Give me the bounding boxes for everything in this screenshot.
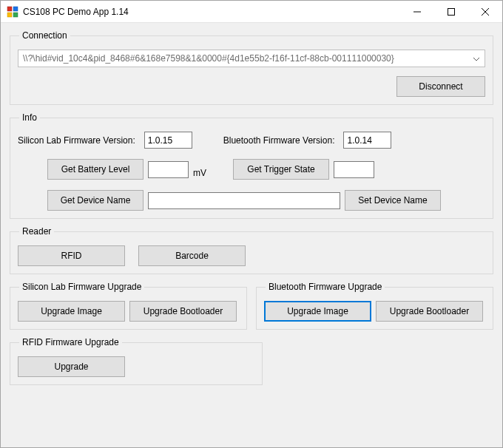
silab-upgrade-legend: Silicon Lab Firmware Upgrade	[19, 282, 144, 292]
bt-version-field[interactable]	[343, 132, 391, 149]
info-legend: Info	[19, 112, 40, 123]
bt-upgrade-image-button[interactable]: Upgrade Image	[264, 301, 371, 322]
svg-rect-3	[13, 13, 18, 17]
battery-value-field[interactable]	[148, 161, 189, 178]
device-path-combo[interactable]: \\?\hid#vid_10c4&pid_8468#6&168e7598&1&0…	[18, 50, 485, 67]
bt-version-label: Bluetooth Firmware Version:	[223, 135, 335, 146]
get-battery-button[interactable]: Get Battery Level	[47, 159, 144, 180]
bt-upgrade-group: Bluetooth Firmware Upgrade Upgrade Image…	[256, 282, 493, 330]
svg-rect-0	[7, 7, 12, 11]
barcode-button[interactable]: Barcode	[138, 245, 246, 266]
window-title: CS108 PC Demo App 1.14	[23, 7, 400, 17]
info-group: Info Silicon Lab Firmware Version: Bluet…	[10, 112, 493, 219]
app-icon	[7, 6, 18, 18]
mv-label: mV	[193, 168, 206, 178]
connection-legend: Connection	[19, 30, 70, 41]
silab-upgrade-group: Silicon Lab Firmware Upgrade Upgrade Ima…	[10, 282, 247, 330]
trigger-value-field[interactable]	[334, 161, 374, 178]
reader-legend: Reader	[19, 226, 54, 237]
get-device-name-button[interactable]: Get Device Name	[47, 190, 144, 211]
app-window: CS108 PC Demo App 1.14 Connection \\?\hi…	[0, 0, 503, 448]
close-button[interactable]	[468, 1, 502, 22]
chevron-down-icon	[473, 53, 480, 64]
bt-upgrade-legend: Bluetooth Firmware Upgrade	[266, 282, 385, 292]
rfid-button[interactable]: RFID	[18, 245, 125, 266]
bt-upgrade-bootloader-button[interactable]: Upgrade Bootloader	[376, 301, 483, 322]
content-area: Connection \\?\hid#vid_10c4&pid_8468#6&1…	[1, 23, 502, 447]
device-name-field[interactable]	[148, 192, 340, 209]
svg-rect-2	[7, 13, 12, 17]
titlebar: CS108 PC Demo App 1.14	[1, 1, 502, 23]
silab-upgrade-bootloader-button[interactable]: Upgrade Bootloader	[129, 301, 237, 322]
set-device-name-button[interactable]: Set Device Name	[345, 190, 441, 211]
get-trigger-button[interactable]: Get Trigger State	[233, 159, 329, 180]
device-path-text: \\?\hid#vid_10c4&pid_8468#6&168e7598&1&0…	[23, 53, 394, 64]
reader-group: Reader RFID Barcode	[10, 226, 493, 274]
silab-upgrade-image-button[interactable]: Upgrade Image	[18, 301, 125, 322]
silab-version-field[interactable]	[144, 132, 192, 149]
svg-rect-5	[448, 8, 455, 15]
disconnect-button[interactable]: Disconnect	[396, 76, 485, 97]
rfid-upgrade-button[interactable]: Upgrade	[18, 356, 125, 377]
svg-rect-1	[13, 7, 18, 11]
rfid-upgrade-group: RFID Firmware Upgrade Upgrade	[10, 337, 263, 385]
window-controls	[400, 1, 502, 22]
connection-group: Connection \\?\hid#vid_10c4&pid_8468#6&1…	[10, 30, 493, 105]
silab-version-label: Silicon Lab Firmware Version:	[18, 135, 135, 146]
maximize-button[interactable]	[434, 1, 468, 22]
minimize-button[interactable]	[400, 1, 434, 22]
rfid-upgrade-legend: RFID Firmware Upgrade	[19, 337, 122, 347]
